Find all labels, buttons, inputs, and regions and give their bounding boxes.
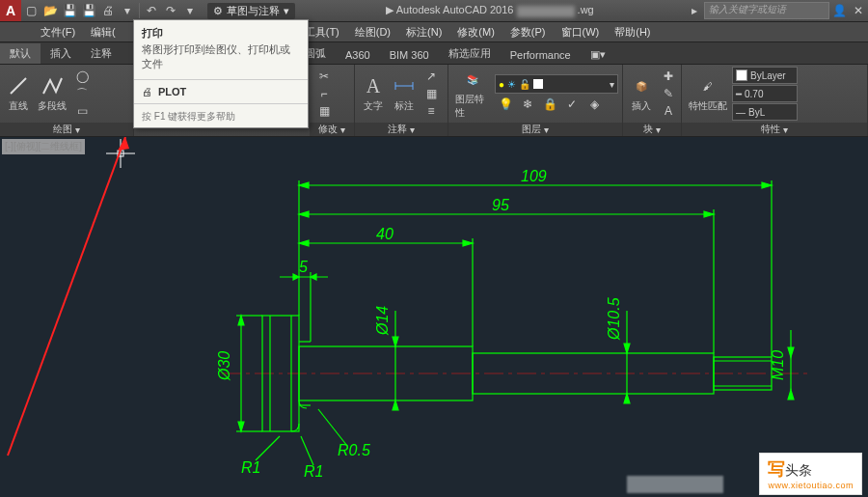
svg-marker-44 [393,400,398,410]
match-props-button[interactable]: 🖌特性匹配 [686,74,730,113]
dim-109: 109 [521,168,547,184]
leader-icon[interactable]: ↗ [420,68,442,85]
qat-new-icon[interactable]: ▢ [21,1,41,20]
qat-saveas-icon[interactable]: 💾 [79,1,98,20]
ribbon-tabs: 默认 插入 注释 圆弧 A360 BIM 360 精选应用 Performanc… [0,42,868,65]
panel-properties: 🖌特性匹配 ByLayer ━ 0.70 — ByL 特性 ▾ [682,65,868,136]
tab-a360[interactable]: A360 [336,46,380,64]
create-block-icon[interactable]: ✚ [658,68,679,85]
mtext-icon[interactable]: ≡ [420,102,442,120]
circle-icon[interactable]: ◯ [71,68,93,85]
menu-param[interactable]: 参数(P) [502,25,554,40]
tooltip-command: 🖨 PLOT [134,82,308,101]
tab-default[interactable]: 默认 [0,43,41,64]
menu-edit[interactable]: 编辑( [83,25,123,40]
print-tooltip: 打印 将图形打印到绘图仪、打印机或文件 🖨 PLOT 按 F1 键获得更多帮助 [133,19,309,128]
dim-40: 40 [376,226,393,242]
svg-marker-46 [624,344,630,353]
dim-5: 5 [299,259,308,275]
attr-icon[interactable]: A [658,102,679,120]
dimension-button[interactable]: 标注 [390,74,419,113]
table-icon[interactable]: ▦ [420,85,442,102]
menu-dim[interactable]: 标注(N) [398,25,449,40]
edit-block-icon[interactable]: ✎ [658,85,679,102]
blurred-region [627,476,723,493]
panel-modify-label: 修改 ▾ [310,123,354,136]
tab-featured[interactable]: 精选应用 [439,43,501,64]
panel-props-label: 特性 ▾ [682,123,867,136]
tab-annotate[interactable]: 注释 [81,43,122,64]
qat-open-icon[interactable]: 📂 [41,1,60,20]
layer-freeze-icon[interactable]: ❄ [517,96,538,113]
sun-icon: ☀ [507,79,516,90]
layer-lock-icon[interactable]: 🔒 [539,96,560,113]
qat-undo-icon[interactable]: ↶ [142,1,161,20]
menu-modify[interactable]: 修改(M) [449,25,502,40]
lineweight-dropdown[interactable]: ━ 0.70 [732,85,798,102]
text-button[interactable]: A文字 [359,74,388,113]
svg-marker-27 [299,211,309,217]
infocenter-icon[interactable]: 👤 [829,1,849,20]
tab-performance[interactable]: Performance [501,46,581,64]
drawing-canvas[interactable]: [-][俯视][二维线框] [0,137,868,497]
chevron-down-icon: ▾ [610,79,614,90]
panel-annot-label: 注释 ▾ [355,123,448,136]
tab-insert[interactable]: 插入 [41,43,81,64]
qat-print-icon[interactable]: 🖨 [98,1,118,20]
layer-props-button[interactable]: 📚图层特性 [452,68,493,120]
tab-expand-icon[interactable]: ▣▾ [581,45,615,64]
layer-match-icon[interactable]: ✓ [561,96,583,113]
arc-icon[interactable]: ⌒ [71,85,93,102]
tab-bim360[interactable]: BIM 360 [380,46,439,64]
panel-draw-label: 绘图 ▾ [0,123,133,136]
qat-dropdown-icon[interactable]: ▾ [118,1,137,20]
panel-block: 📦插入 ✚ ✎ A 块 ▾ [623,65,682,136]
gear-icon: ⚙ [213,5,223,17]
panel-block-label: 块 ▾ [623,123,681,136]
app-logo[interactable]: A [0,0,21,21]
layer-off-icon[interactable]: 💡 [495,96,516,113]
dim-d105: Ø10.5 [606,297,622,341]
workspace-switcher[interactable]: ⚙ 草图与注释 ▾ [207,3,295,19]
color-dropdown[interactable]: ByLayer [732,67,798,84]
bulb-icon: ● [499,79,504,90]
insert-button[interactable]: 📦插入 [627,74,656,113]
menu-help[interactable]: 帮助(H) [607,25,658,40]
svg-marker-43 [393,337,398,346]
search-arrow-icon[interactable]: ▸ [685,1,704,20]
fillet-icon[interactable]: ⌐ [313,85,335,102]
menu-draw[interactable]: 绘图(D) [347,25,398,40]
viewport-controls[interactable]: [-][俯视][二维线框] [2,139,85,154]
tooltip-title: 打印 [134,20,308,42]
svg-line-51 [318,409,347,446]
layer-dropdown[interactable]: ● ☀ 🔓 ▾ [495,74,618,94]
qat-redo-icon[interactable]: ↷ [161,1,180,20]
watermark-url: www.xietoutiao.com [768,481,854,490]
svg-marker-23 [299,182,309,188]
ribbon: 直线 多段线 ◯ ⌒ ▭ 绘图 ▾ ✂ ⌐ ▦ 修改 ▾ A文字 标注 ↗ ▦ … [0,65,868,137]
polyline-button[interactable]: 多段线 [35,74,69,113]
red-arrow-annotation [0,137,193,465]
line-button[interactable]: 直线 [4,74,33,113]
trim-icon[interactable]: ✂ [313,68,335,85]
print-icon: 🖨 [142,86,152,97]
qat-save-icon[interactable]: 💾 [60,1,79,20]
svg-marker-50 [788,390,794,400]
linetype-dropdown[interactable]: — ByL [732,103,798,121]
dim-95: 95 [492,197,509,213]
svg-marker-36 [311,274,316,280]
layer-iso-icon[interactable]: ◈ [583,96,605,113]
dim-r1b: R1 [304,463,323,480]
svg-marker-32 [463,240,473,246]
rect-icon[interactable]: ▭ [71,102,93,120]
menu-file[interactable]: 文件(F) [33,25,83,40]
search-input[interactable]: 输入关键字或短语 [704,2,829,19]
crosshair-cursor [106,139,135,168]
qat-dropdown2-icon[interactable]: ▾ [180,1,200,20]
exchange-icon[interactable]: ✕ [849,1,868,20]
quick-access-toolbar: A ▢ 📂 💾 💾 🖨 ▾ ↶ ↷ ▾ ⚙ 草图与注释 ▾ ▶ Autodesk… [0,0,868,22]
menu-window[interactable]: 窗口(W) [554,25,608,40]
array-icon[interactable]: ▦ [313,102,335,120]
svg-marker-41 [238,422,244,431]
lock-icon: 🔓 [519,79,530,90]
